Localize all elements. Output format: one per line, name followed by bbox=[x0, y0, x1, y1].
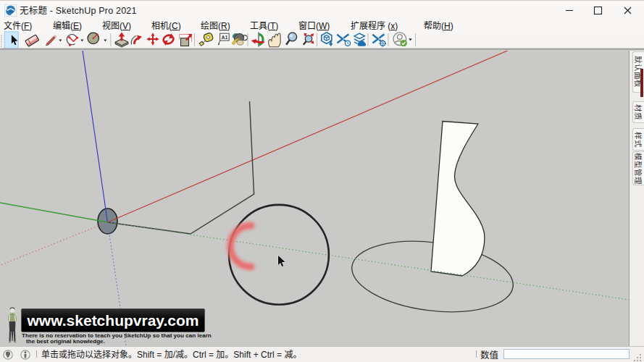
svg-text:A1: A1 bbox=[221, 35, 227, 40]
